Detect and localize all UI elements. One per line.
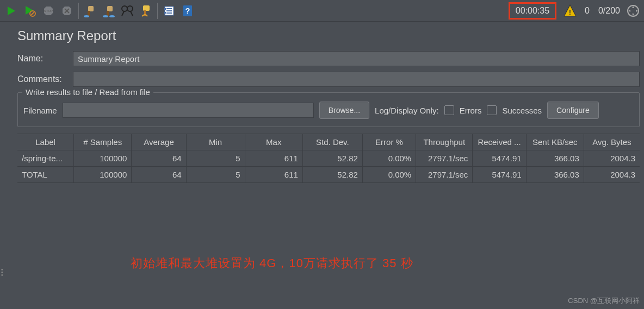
cell: 2004.3 [584, 150, 640, 166]
svg-rect-10 [88, 11, 90, 16]
svg-point-14 [103, 15, 108, 17]
col-label[interactable]: Label [17, 134, 74, 150]
svg-marker-37 [636, 10, 638, 12]
reset-search-icon[interactable] [137, 2, 155, 20]
svg-point-16 [122, 6, 127, 11]
separator [157, 3, 158, 19]
log-display-label: Log/Display Only: [375, 106, 439, 115]
cell: 2797.1/sec [416, 150, 473, 166]
comments-label: Comments: [17, 74, 73, 84]
svg-rect-13 [107, 11, 109, 16]
table-row[interactable]: /spring-te... 100000 64 5 611 52.82 0.00… [17, 150, 640, 167]
warning-icon[interactable]: ! [563, 4, 577, 18]
left-rail: ••• [0, 22, 5, 309]
watermark: CSDN @互联网小阿祥 [568, 296, 640, 306]
col-throughput[interactable]: Throughput [416, 134, 473, 150]
svg-line-3 [31, 12, 34, 15]
page-title: Summary Report [17, 28, 640, 43]
col-min[interactable]: Min [187, 134, 245, 150]
svg-marker-0 [8, 7, 15, 15]
col-received[interactable]: Received ... [473, 134, 526, 150]
col-samples[interactable]: # Samples [74, 134, 132, 150]
search-icon[interactable] [118, 2, 137, 20]
cell: 611 [245, 150, 303, 166]
filename-label: Filename [23, 106, 57, 115]
warning-count: 0 [585, 6, 590, 16]
cell: 52.82 [303, 167, 363, 182]
svg-text:STOP: STOP [44, 9, 53, 12]
clear-all-icon[interactable] [100, 2, 118, 20]
table-row[interactable]: TOTAL 100000 64 5 611 52.82 0.00% 2797.1… [17, 167, 640, 183]
svg-rect-21 [143, 5, 150, 11]
cell: 52.82 [303, 150, 363, 166]
cell: 100000 [74, 167, 132, 182]
name-input[interactable] [73, 51, 640, 66]
successes-checkbox[interactable] [487, 105, 497, 115]
results-table: Label # Samples Average Min Max Std. Dev… [17, 134, 640, 183]
file-fieldset: Write results to file / Read from file F… [17, 92, 640, 127]
errors-label: Errors [460, 106, 482, 115]
toolbar: STOP ? 00:00:35 ! 0 0/200 [0, 0, 644, 22]
svg-rect-28 [164, 12, 166, 14]
cell: 5 [187, 150, 245, 166]
col-sent[interactable]: Sent KB/sec [527, 134, 584, 150]
fieldset-legend: Write results to file / Read from file [22, 87, 153, 97]
start-no-pause-icon[interactable] [21, 2, 39, 20]
cell: 2004.3 [584, 167, 640, 182]
help-icon[interactable]: ? [178, 2, 197, 20]
svg-rect-27 [164, 8, 166, 10]
svg-text:?: ? [185, 7, 190, 15]
cell: 2797.1/sec [416, 167, 473, 182]
col-average[interactable]: Average [132, 134, 186, 150]
cell: 5 [187, 167, 245, 182]
svg-point-17 [127, 6, 133, 11]
cell: 366.03 [527, 167, 584, 182]
svg-line-19 [122, 11, 124, 16]
svg-point-11 [84, 15, 89, 17]
comments-input[interactable] [73, 72, 640, 87]
cell-label: /spring-te... [17, 150, 74, 166]
annotation-text: 初始堆和最大堆设置为 4G，10万请求执行了 35 秒 [131, 255, 413, 272]
start-icon[interactable] [2, 2, 21, 20]
cell: 64 [132, 167, 186, 182]
errors-checkbox[interactable] [444, 105, 454, 115]
cell: 366.03 [527, 150, 584, 166]
name-label: Name: [17, 54, 73, 64]
svg-text:!: ! [569, 8, 571, 16]
col-error[interactable]: Error % [363, 134, 416, 150]
clear-icon[interactable] [81, 2, 100, 20]
browse-button[interactable]: Browse... [319, 102, 369, 119]
svg-rect-12 [107, 6, 113, 11]
filename-input[interactable] [63, 103, 314, 118]
svg-marker-35 [632, 14, 634, 16]
svg-marker-34 [632, 6, 634, 8]
expand-icon[interactable] [627, 4, 640, 17]
cell: 100000 [74, 150, 132, 166]
successes-label: Successes [502, 106, 542, 115]
svg-marker-36 [628, 10, 630, 12]
thread-counter: 0/200 [598, 6, 620, 16]
drag-handle-icon[interactable]: ••• [1, 268, 3, 276]
cell: 0.00% [363, 167, 416, 182]
svg-point-15 [109, 15, 115, 17]
cell: 5474.91 [473, 167, 526, 182]
cell: 64 [132, 150, 186, 166]
svg-line-20 [131, 11, 133, 16]
cell: 0.00% [363, 150, 416, 166]
svg-marker-1 [26, 6, 33, 15]
col-avgbytes[interactable]: Avg. Bytes [584, 134, 640, 150]
cell: 5474.91 [473, 150, 526, 166]
col-max[interactable]: Max [245, 134, 303, 150]
table-header: Label # Samples Average Min Max Std. Dev… [17, 134, 640, 150]
cell: 611 [245, 167, 303, 182]
col-stddev[interactable]: Std. Dev. [303, 134, 363, 150]
separator [78, 3, 79, 19]
function-helper-icon[interactable] [160, 2, 178, 20]
stop-icon: STOP [39, 2, 58, 20]
elapsed-timer: 00:00:35 [509, 2, 556, 20]
svg-rect-9 [88, 6, 94, 11]
cell-label: TOTAL [17, 167, 74, 182]
shutdown-icon [58, 2, 76, 20]
configure-button[interactable]: Configure [547, 102, 599, 119]
